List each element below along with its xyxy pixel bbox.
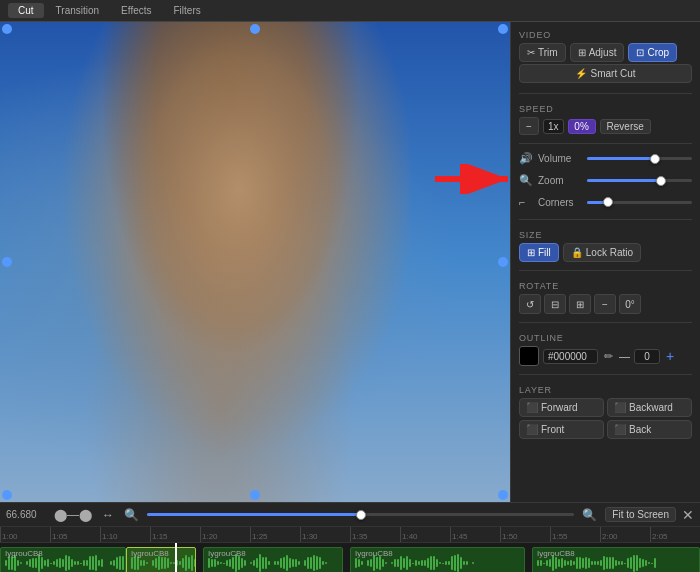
outline-value-input[interactable] (634, 349, 660, 364)
wave-bar (95, 555, 97, 572)
wave-bar (603, 556, 605, 571)
crop-handle-bottomright[interactable] (498, 490, 508, 500)
rotate-zero-button[interactable]: 0° (619, 294, 641, 314)
front-button[interactable]: ⬛ Front (519, 420, 604, 439)
wave-bar (286, 555, 288, 571)
wave-bar (71, 559, 73, 566)
rotate-flip-v-button[interactable]: ⊞ (569, 294, 591, 314)
wave-bar (612, 557, 614, 569)
corners-slider[interactable] (587, 201, 692, 204)
clip-label: IygrouCB8 (131, 549, 169, 558)
corners-thumb[interactable] (603, 197, 613, 207)
timeline-zoom-thumb[interactable] (356, 510, 366, 520)
crop-handle-bottommid[interactable] (250, 490, 260, 500)
ruler-mark: 1:00 (0, 527, 50, 542)
tab-effects[interactable]: Effects (111, 3, 161, 18)
tab-filters[interactable]: Filters (164, 3, 211, 18)
speed-1x-value: 1x (543, 119, 564, 134)
trim-icon: ✂ (527, 47, 535, 58)
tab-cut[interactable]: Cut (8, 3, 44, 18)
track-clip[interactable]: IygrouCB8 (350, 547, 525, 572)
wave-bar (65, 555, 67, 571)
timeline-split-button[interactable]: ⬤—⬤ (52, 507, 94, 523)
wave-bar (26, 561, 28, 566)
crop-handle-topmid[interactable] (250, 24, 260, 34)
track-clip[interactable]: IygrouCB8 (532, 547, 700, 572)
main-layout: VIDEO ✂ Trim ⊞ Adjust ⊡ Crop ⚡ Smart (0, 22, 700, 502)
track-clip[interactable]: IygrouCB8 (126, 547, 196, 572)
zoom-slider[interactable] (587, 179, 692, 182)
playhead[interactable] (175, 543, 177, 572)
speed-pct-value: 0% (568, 119, 596, 134)
timeline-close-button[interactable]: ✕ (682, 507, 694, 523)
backward-button[interactable]: ⬛ Backward (607, 398, 692, 417)
fit-screen-button[interactable]: Fit to Screen (605, 507, 676, 522)
crop-button[interactable]: ⊡ Crop (628, 43, 677, 62)
wave-bar (361, 561, 363, 564)
wave-bar (618, 561, 620, 564)
trim-label: Trim (538, 47, 558, 58)
zoom-row: 🔍 Zoom (519, 174, 692, 187)
timeline-zoom-in-button[interactable]: 🔍 (580, 507, 599, 523)
wave-bar (442, 563, 444, 564)
wave-bar (457, 554, 459, 572)
wave-bar (74, 561, 76, 565)
playhead-marker (172, 543, 180, 544)
timeline-track: IygrouCB8IygrouCB8IygrouCB8IygrouCB8Iygr… (0, 543, 700, 572)
timeline-move-button[interactable]: ↔ (100, 507, 116, 523)
ruler-mark: 1:30 (300, 527, 350, 542)
wave-bar (391, 562, 393, 564)
wave-bar (582, 558, 584, 568)
wave-bar (540, 560, 542, 566)
adjust-button[interactable]: ⊞ Adjust (570, 43, 625, 62)
rotate-minus-button[interactable]: − (594, 294, 616, 314)
wave-bar (194, 559, 195, 568)
ruler-mark: 1:25 (250, 527, 300, 542)
crop-handle-midright[interactable] (498, 257, 508, 267)
wave-bar (268, 561, 270, 566)
ruler-mark: 2:00 (600, 527, 650, 542)
zoom-thumb[interactable] (656, 176, 666, 186)
track-clip[interactable]: IygrouCB8 (0, 547, 126, 572)
wave-bar (62, 559, 64, 568)
video-section: VIDEO ✂ Trim ⊞ Adjust ⊡ Crop ⚡ Smart (519, 28, 692, 85)
rotate-flip-h-button[interactable]: ⊟ (544, 294, 566, 314)
outline-color-input[interactable] (543, 349, 598, 364)
wave-bar (448, 561, 450, 564)
clip-label: IygrouCB8 (355, 549, 393, 558)
timeline-zoom-out-button[interactable]: 🔍 (122, 507, 141, 523)
fill-button[interactable]: ⊞ Fill (519, 243, 559, 262)
forward-button[interactable]: ⬛ Forward (519, 398, 604, 417)
volume-slider[interactable] (587, 157, 692, 160)
crop-handle-bottomleft[interactable] (2, 490, 12, 500)
rotate-ccw-button[interactable]: ↺ (519, 294, 541, 314)
crop-handle-topright[interactable] (498, 24, 508, 34)
ruler-mark: 2:05 (650, 527, 700, 542)
speed-minus-button[interactable]: − (519, 117, 539, 135)
wave-bar (454, 555, 456, 571)
reverse-button[interactable]: Reverse (600, 119, 651, 134)
wave-bar (645, 560, 647, 567)
ruler-mark: 1:40 (400, 527, 450, 542)
wave-bar (436, 559, 438, 566)
wave-bar (322, 561, 324, 564)
tab-transition[interactable]: Transition (46, 3, 110, 18)
outline-color-swatch[interactable] (519, 346, 539, 366)
wave-bar (47, 559, 49, 566)
outline-add-button[interactable]: + (664, 348, 676, 364)
wave-bar (573, 561, 575, 565)
smart-cut-button[interactable]: ⚡ Smart Cut (519, 64, 692, 83)
volume-thumb[interactable] (650, 154, 660, 164)
outline-edit-button[interactable]: ✏ (602, 349, 615, 364)
back-button[interactable]: ⬛ Back (607, 420, 692, 439)
crop-handle-midleft[interactable] (2, 257, 12, 267)
timeline-zoom-slider[interactable] (147, 513, 574, 516)
wave-bar (53, 561, 55, 566)
trim-button[interactable]: ✂ Trim (519, 43, 566, 62)
crop-handle-topleft[interactable] (2, 24, 12, 34)
lock-ratio-button[interactable]: 🔒 Lock Ratio (563, 243, 641, 262)
track-clip[interactable]: IygrouCB8 (203, 547, 343, 572)
wave-bar (5, 560, 7, 566)
corners-row: ⌐ Corners (519, 196, 692, 208)
wave-bar (250, 562, 252, 564)
